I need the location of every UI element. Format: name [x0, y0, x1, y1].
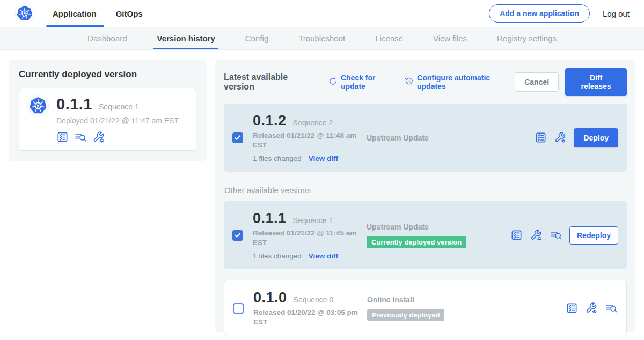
- status-badge: Currently deployed version: [367, 236, 466, 248]
- subnav-item-view-files[interactable]: View files: [418, 27, 482, 49]
- version-label: 0.1.1: [253, 210, 287, 227]
- configure-updates-label: Configure automatic updates: [417, 73, 515, 91]
- subnav-item-version-history[interactable]: Version history: [142, 27, 230, 49]
- sequence-label: Sequence 1: [293, 216, 333, 225]
- deploy-logs-icon[interactable]: [550, 229, 562, 241]
- deployed-panel-title: Currently deployed version: [19, 69, 196, 80]
- main-content: Currently deployed version 0.1.1 Sequenc…: [0, 50, 644, 332]
- subnav-item-registry-settings[interactable]: Registry settings: [482, 27, 572, 49]
- released-timestamp: Released 01/21/22 @ 11:45 amEST: [253, 228, 357, 247]
- files-changed-label: 1 files changed: [253, 154, 302, 162]
- version-source-label: Online Install: [367, 295, 511, 304]
- released-timestamp: Released 01/20/22 @ 03:05 pmEST: [253, 308, 358, 327]
- app-subnav: DashboardVersion historyConfigTroublesho…: [0, 27, 644, 50]
- preflight-checks-icon[interactable]: [56, 131, 69, 143]
- top-tab-application[interactable]: Application: [53, 0, 97, 27]
- files-changed-label: 1 files changed: [253, 252, 302, 260]
- version-label: 0.1.2: [253, 113, 287, 129]
- config-view-icon[interactable]: [585, 302, 598, 314]
- diff-releases-button[interactable]: Diff releases: [565, 68, 627, 96]
- deploy-logs-icon[interactable]: [74, 131, 87, 143]
- version-source-label: Upstream Update: [367, 134, 510, 142]
- view-diff-link[interactable]: View diff: [309, 154, 338, 162]
- currently-deployed-panel: Currently deployed version 0.1.1 Sequenc…: [9, 60, 207, 161]
- deploy-button[interactable]: Deploy: [574, 128, 618, 147]
- top-tab-gitops[interactable]: GitOps: [116, 0, 143, 27]
- sequence-label: Sequence 2: [293, 119, 333, 127]
- version-row-0.1.0: 0.1.0Sequence 0Released 01/20/22 @ 03:05…: [224, 280, 627, 336]
- available-versions-panel: Latest available version Check for updat…: [215, 60, 635, 332]
- version-row-0.1.1: 0.1.1Sequence 1Released 01/21/22 @ 11:45…: [224, 201, 627, 269]
- config-edit-icon[interactable]: [92, 131, 105, 143]
- update-schedule-icon: [405, 77, 414, 87]
- refresh-icon: [328, 77, 338, 87]
- deploy-logs-icon[interactable]: [605, 302, 618, 314]
- logout-button[interactable]: Log out: [603, 9, 630, 18]
- released-timestamp: Released 01/21/22 @ 11:48 amEST: [253, 131, 357, 150]
- version-checkbox-0.1.2[interactable]: [232, 132, 243, 143]
- deployed-version-card: 0.1.1 Sequence 1 Deployed 01/21/22 @ 11:…: [19, 88, 196, 151]
- config-edit-icon[interactable]: [530, 229, 543, 241]
- subnav-item-dashboard[interactable]: Dashboard: [72, 27, 142, 49]
- version-checkbox-0.1.1[interactable]: [232, 230, 243, 241]
- preflight-checks-icon[interactable]: [566, 302, 578, 314]
- subnav-item-config[interactable]: Config: [230, 27, 283, 49]
- deployed-version-label: 0.1.1: [56, 95, 92, 113]
- latest-available-title: Latest available version: [224, 72, 316, 92]
- subnav-item-license[interactable]: License: [360, 27, 418, 49]
- top-nav: ApplicationGitOps Add a new application …: [0, 0, 644, 27]
- version-row-0.1.2: 0.1.2Sequence 2Released 01/21/22 @ 11:48…: [224, 104, 627, 172]
- deployed-icon-row: [56, 131, 179, 143]
- other-available-versions-title: Other available versions: [224, 186, 627, 195]
- preflight-checks-icon[interactable]: [535, 131, 547, 144]
- subnav-item-troubleshoot[interactable]: Troubleshoot: [283, 27, 360, 49]
- kubernetes-logo-icon[interactable]: [14, 3, 35, 24]
- redeploy-button[interactable]: Redeploy: [569, 226, 618, 245]
- version-checkbox-0.1.0[interactable]: [233, 303, 244, 314]
- cancel-button[interactable]: Cancel: [515, 72, 559, 92]
- available-header: Latest available version Check for updat…: [224, 68, 627, 96]
- version-source-label: Upstream Update: [367, 223, 510, 231]
- configure-automatic-updates-link[interactable]: Configure automatic updates: [405, 73, 515, 91]
- check-for-update-label: Check for update: [341, 73, 398, 91]
- config-edit-icon[interactable]: [554, 131, 567, 144]
- add-application-button[interactable]: Add a new application: [489, 4, 590, 23]
- check-for-update-link[interactable]: Check for update: [328, 73, 398, 91]
- status-badge: Previously deployed: [367, 309, 444, 321]
- sequence-label: Sequence 0: [294, 295, 334, 304]
- deployed-sequence-label: Sequence 1: [99, 102, 139, 111]
- preflight-checks-icon[interactable]: [510, 229, 523, 241]
- top-tabs: ApplicationGitOps: [53, 0, 162, 27]
- view-diff-link[interactable]: View diff: [309, 252, 338, 260]
- app-icon: [27, 94, 49, 117]
- deployed-timestamp: Deployed 01/21/22 @ 11:47 am EST: [56, 116, 179, 125]
- version-label: 0.1.0: [253, 290, 287, 306]
